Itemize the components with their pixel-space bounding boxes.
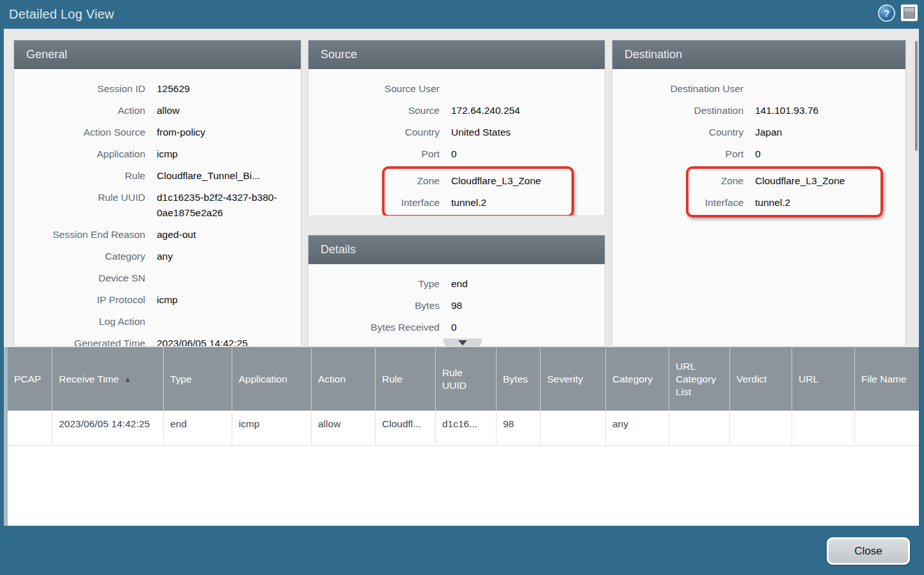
field-action: Actionallow xyxy=(14,100,293,122)
field-source-country: CountryUnited States xyxy=(308,122,597,143)
panel-source: Source Source User Source172.64.240.254 … xyxy=(308,40,605,216)
field-source-user: Source User xyxy=(308,78,597,100)
log-table: PCAP Receive Time▲ Type Application Acti… xyxy=(4,347,919,526)
log-table-header: PCAP Receive Time▲ Type Application Acti… xyxy=(8,348,919,411)
field-destination-port: Port0 xyxy=(612,143,898,165)
restore-window-icon-glyph xyxy=(904,7,915,19)
cell-receive-time: 2023/06/05 14:42:25 xyxy=(52,411,164,446)
cell-file-name xyxy=(855,411,919,446)
column-header-category[interactable]: Category xyxy=(606,348,669,411)
field-source: Source172.64.240.254 xyxy=(308,100,597,122)
column-header-rule-uuid[interactable]: Rule UUID xyxy=(436,348,497,411)
column-header-file-name[interactable]: File Name xyxy=(855,348,919,411)
panel-general-header: General xyxy=(14,40,301,69)
cell-verdict xyxy=(730,411,792,446)
cell-url xyxy=(792,411,855,446)
restore-window-icon[interactable] xyxy=(901,4,918,21)
column-header-url[interactable]: URL xyxy=(792,348,855,411)
cell-category: any xyxy=(606,411,669,446)
cell-pcap xyxy=(8,411,52,446)
field-generated-time: Generated Time2023/06/05 14:42:25 xyxy=(14,333,293,346)
panel-details: Details Typeend Bytes98 Bytes Received0 xyxy=(308,235,605,346)
cell-bytes: 98 xyxy=(497,411,541,446)
sort-ascending-icon: ▲ xyxy=(124,373,131,386)
field-destination: Destination141.101.93.76 xyxy=(612,100,898,122)
cell-type: end xyxy=(164,411,232,446)
source-zone-highlight-box: ZoneCloudflare_L3_Zone Interfacetunnel.2 xyxy=(382,166,574,216)
panel-general: General Session ID125629 Actionallow Act… xyxy=(14,40,301,346)
panel-destination-header: Destination xyxy=(612,40,905,69)
panel-collapse-handle[interactable] xyxy=(443,338,482,347)
panel-destination: Destination Destination User Destination… xyxy=(612,40,905,346)
cell-rule-uuid: d1c16... xyxy=(436,411,497,446)
cell-rule: Cloudfl... xyxy=(376,411,436,446)
cell-application: icmp xyxy=(232,411,312,446)
column-header-receive-time[interactable]: Receive Time▲ xyxy=(52,348,164,411)
field-destination-user: Destination User xyxy=(612,78,898,100)
field-application: Applicationicmp xyxy=(14,143,293,165)
column-header-url-category-list[interactable]: URL Category List xyxy=(669,348,730,411)
panel-source-body: Source User Source172.64.240.254 Country… xyxy=(308,69,605,216)
panel-details-header: Details xyxy=(308,235,605,264)
chevron-down-icon xyxy=(458,340,467,345)
column-header-pcap[interactable]: PCAP xyxy=(8,348,52,411)
field-source-zone: ZoneCloudflare_L3_Zone xyxy=(385,170,571,192)
field-ip-protocol: IP Protocolicmp xyxy=(14,289,293,311)
cell-url-category-list xyxy=(669,411,730,446)
field-bytes: Bytes98 xyxy=(308,295,597,317)
panel-general-body: Session ID125629 Actionallow Action Sour… xyxy=(14,69,301,346)
close-button[interactable]: Close xyxy=(827,537,910,565)
field-session-id: Session ID125629 xyxy=(14,78,293,100)
field-source-interface: Interfacetunnel.2 xyxy=(385,192,571,214)
field-action-source: Action Sourcefrom-policy xyxy=(14,122,293,143)
field-destination-zone: ZoneCloudflare_L3_Zone xyxy=(689,170,880,192)
field-rule: RuleCloudflare_Tunnel_Bi... xyxy=(14,165,293,187)
field-type: Typeend xyxy=(308,273,597,295)
panel-destination-body: Destination User Destination141.101.93.7… xyxy=(612,69,905,217)
panel-details-body: Typeend Bytes98 Bytes Received0 xyxy=(308,264,605,338)
field-source-port: Port0 xyxy=(308,143,597,165)
vertical-scrollbar-thumb[interactable] xyxy=(915,41,918,151)
column-header-bytes[interactable]: Bytes xyxy=(497,348,541,411)
column-header-rule[interactable]: Rule xyxy=(376,348,436,411)
field-bytes-received: Bytes Received0 xyxy=(308,317,597,338)
field-rule-uuid: Rule UUIDd1c16235-b2f2-4327-b380-0ae1875… xyxy=(14,187,293,224)
field-category: Categoryany xyxy=(14,246,293,267)
help-icon[interactable]: ? xyxy=(878,4,895,22)
dialog-titlebar: Detailed Log View ? xyxy=(0,0,924,29)
column-header-type[interactable]: Type xyxy=(164,348,232,411)
field-device-sn: Device SN xyxy=(14,267,293,289)
cell-severity xyxy=(541,411,606,446)
destination-zone-highlight-box: ZoneCloudflare_L3_Zone Interfacetunnel.2 xyxy=(686,166,883,217)
cell-action: allow xyxy=(312,411,376,446)
column-header-application[interactable]: Application xyxy=(232,348,312,411)
field-session-end-reason: Session End Reasonaged-out xyxy=(14,224,293,246)
panel-source-header: Source xyxy=(308,40,605,69)
dialog-title: Detailed Log View xyxy=(9,0,114,29)
field-destination-interface: Interfacetunnel.2 xyxy=(689,192,880,214)
field-log-action: Log Action xyxy=(14,311,293,333)
column-header-verdict[interactable]: Verdict xyxy=(730,348,792,411)
field-destination-country: CountryJapan xyxy=(612,122,898,143)
dialog-content: General Session ID125629 Actionallow Act… xyxy=(4,29,919,526)
table-row[interactable]: 2023/06/05 14:42:25 end icmp allow Cloud… xyxy=(8,411,919,446)
column-header-action[interactable]: Action xyxy=(312,348,376,411)
column-header-severity[interactable]: Severity xyxy=(541,348,606,411)
